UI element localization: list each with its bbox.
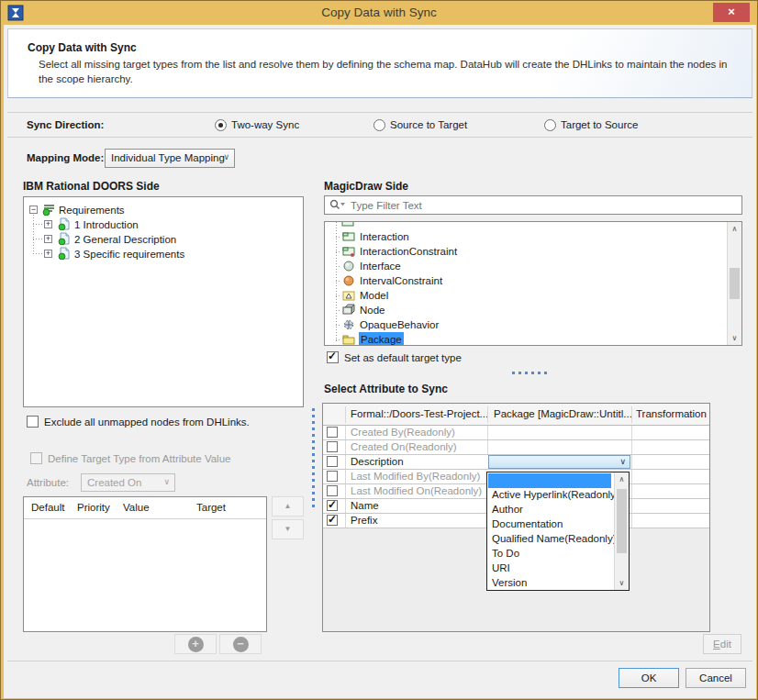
list-item-model[interactable]: Model: [325, 288, 724, 303]
dropdown-option[interactable]: Active Hyperlink(Readonly): [488, 488, 611, 503]
column-header-priority[interactable]: Priority: [77, 502, 110, 513]
attr-checkbox-checked[interactable]: ✓: [327, 515, 338, 526]
move-down-button[interactable]: ▼: [272, 519, 304, 539]
tree-expand-toggle[interactable]: +: [44, 235, 52, 243]
dropdown-option[interactable]: URI: [488, 561, 611, 576]
type-filter-field[interactable]: [324, 195, 742, 215]
radio-two-way-sync-label[interactable]: Two-way Sync: [231, 119, 299, 130]
attr-row-created-by[interactable]: Created By(Readonly): [323, 426, 709, 440]
tree-row-requirements[interactable]: − Requirements: [24, 203, 303, 217]
attr-row-label: Name: [351, 500, 379, 511]
dropdown-option[interactable]: Qualified Name(Readonly): [488, 532, 611, 547]
cell-separator: [345, 470, 346, 483]
close-button[interactable]: ×: [713, 3, 750, 22]
move-up-button[interactable]: ▲: [272, 496, 304, 517]
radio-source-to-target[interactable]: [373, 119, 385, 131]
dropdown-scrollbar[interactable]: ∧ ∨: [614, 472, 629, 590]
tree-expand-toggle[interactable]: +: [44, 250, 52, 258]
cell-separator: [631, 455, 632, 469]
dropdown-option-empty[interactable]: [488, 473, 611, 488]
header-separator: [487, 406, 488, 423]
tree-row-introduction[interactable]: + 1 Introduction: [24, 217, 303, 232]
column-header-value[interactable]: Value: [123, 502, 150, 513]
list-item-package[interactable]: Package: [325, 332, 724, 346]
edit-button: Edit: [703, 634, 741, 654]
list-item-label: Node: [360, 304, 385, 317]
doors-side-title: IBM Rational DOORS Side: [23, 180, 160, 193]
exclude-unmapped-label[interactable]: Exclude all unmapped nodes from DHLinks.: [44, 417, 250, 428]
column-header-default[interactable]: Default: [31, 502, 64, 513]
define-target-type-label: Define Target Type from Attribute Value: [48, 453, 230, 464]
scroll-up-icon[interactable]: ∧: [728, 225, 741, 233]
list-item-intervalconstraint[interactable]: IntervalConstraint: [325, 273, 724, 288]
document-icon: [58, 247, 71, 263]
column-header-target[interactable]: Target: [196, 502, 226, 513]
cell-separator: [345, 499, 346, 513]
exclude-unmapped-checkbox[interactable]: [27, 416, 39, 428]
scroll-down-icon[interactable]: ∨: [615, 579, 629, 587]
horizontal-splitter-handle[interactable]: [512, 372, 547, 374]
list-item-interactionconstraint[interactable]: InteractionConstraint: [325, 244, 724, 259]
attr-checkbox[interactable]: [327, 456, 338, 467]
vertical-splitter-handle[interactable]: [312, 408, 315, 509]
attr-checkbox[interactable]: [327, 427, 338, 438]
radio-target-to-source-label[interactable]: Target to Source: [561, 119, 638, 130]
list-item-interaction[interactable]: Interaction: [325, 229, 724, 244]
radio-two-way-sync[interactable]: [215, 119, 227, 131]
list-scrollbar[interactable]: ∧ ∨: [727, 222, 741, 345]
set-default-target-label[interactable]: Set as default target type: [344, 352, 462, 363]
dropdown-option[interactable]: Documentation: [488, 517, 611, 532]
attr-checkbox[interactable]: [327, 485, 338, 496]
mapping-mode-combobox[interactable]: Individual Type Mapping ∨: [105, 149, 235, 168]
list-item-label: InteractionConstraint: [360, 245, 457, 259]
sync-direction-label: Sync Direction:: [27, 119, 104, 130]
target-attribute-combobox[interactable]: ∨: [488, 455, 630, 469]
type-filter-input[interactable]: [349, 197, 734, 213]
dropdown-option[interactable]: Version: [488, 576, 611, 591]
radio-target-to-source[interactable]: [544, 119, 556, 131]
scroll-up-icon[interactable]: ∧: [615, 475, 629, 483]
scrollbar-thumb[interactable]: [617, 489, 627, 553]
cancel-button[interactable]: Cancel: [686, 668, 746, 688]
attr-row-description[interactable]: Description ∨: [323, 455, 709, 470]
cell-separator: [345, 455, 346, 469]
header-description-line1: Select all missing target types from the…: [39, 59, 727, 70]
attribute-value-table: Default Priority Value Target: [23, 496, 267, 632]
list-item-label: Interaction: [360, 230, 409, 244]
search-icon: [329, 199, 346, 213]
header-description-line2: the scope hierarchy.: [39, 73, 133, 84]
column-header-source[interactable]: Formal::/Doors-Test-Project...: [351, 408, 488, 419]
tree-expand-toggle[interactable]: +: [44, 220, 52, 228]
radio-source-to-target-label[interactable]: Source to Target: [390, 119, 467, 130]
tree-connector: [336, 281, 341, 282]
scroll-down-icon[interactable]: ∨: [728, 334, 741, 342]
header-panel: Copy Data with Sync Select all missing t…: [7, 28, 752, 98]
dropdown-option[interactable]: To Do: [488, 547, 611, 561]
attr-row-created-on[interactable]: Created On(Readonly): [323, 440, 709, 455]
column-header-target-type[interactable]: Package [MagicDraw::Untitl...: [494, 408, 632, 419]
attr-checkbox-checked[interactable]: ✓: [327, 500, 338, 511]
tree-row-general-description[interactable]: + 2 General Description: [24, 232, 303, 247]
plus-icon: +: [188, 637, 204, 652]
attr-checkbox[interactable]: [327, 471, 338, 482]
remove-row-button[interactable]: −: [219, 634, 262, 654]
column-header-transformation-rule[interactable]: Transformation Rule: [636, 408, 710, 419]
window-title: Copy Data with Sync: [1, 6, 757, 19]
scrollbar-thumb[interactable]: [730, 268, 740, 299]
copy-data-with-sync-dialog: Copy Data with Sync × Copy Data with Syn…: [0, 0, 758, 700]
list-item-interface[interactable]: Interface: [325, 259, 724, 273]
dropdown-option[interactable]: Author: [488, 503, 611, 517]
ok-button[interactable]: OK: [619, 668, 679, 688]
list-item-label: OpaqueBehavior: [360, 318, 439, 332]
minus-icon: −: [233, 637, 249, 652]
mapping-mode-label: Mapping Mode:: [27, 152, 104, 163]
attr-row-label: Last Modified On(Readonly): [351, 485, 482, 496]
tree-item-label: Requirements: [59, 204, 125, 217]
tree-row-specific-requirements[interactable]: + 3 Specific requirements: [24, 247, 303, 261]
tree-collapse-toggle[interactable]: −: [29, 206, 38, 214]
list-item-opaquebehavior[interactable]: OpaqueBehavior: [325, 317, 724, 332]
add-row-button[interactable]: +: [174, 634, 217, 654]
attr-checkbox[interactable]: [327, 441, 338, 452]
list-item-node[interactable]: Node: [325, 303, 724, 317]
set-default-target-checkbox[interactable]: ✓: [327, 351, 339, 363]
